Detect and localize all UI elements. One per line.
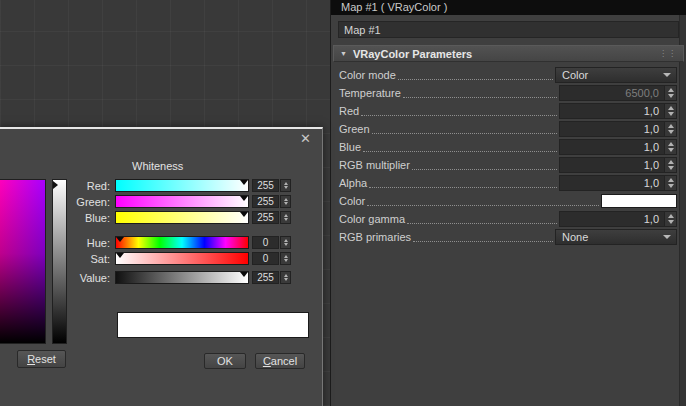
spinner-down-icon[interactable] [284, 243, 288, 246]
spinner-up-icon[interactable] [284, 214, 288, 217]
spinner-value[interactable]: 1,0 [560, 176, 664, 190]
blue-value-field[interactable]: 255 [252, 211, 279, 224]
slider-row-sat: Sat: 0 [75, 252, 305, 265]
spinner-up-icon[interactable] [668, 178, 674, 182]
spinner-up-icon[interactable] [668, 142, 674, 146]
rollout-header-vraycolor-parameters[interactable]: ▼ VRayColor Parameters ⋮⋮ [333, 45, 684, 62]
blue-slider-track[interactable] [115, 211, 249, 224]
slider-marker-icon [116, 237, 124, 242]
color-gamma-spinner[interactable]: 1,0 [559, 211, 677, 227]
slider-label: Hue: [75, 237, 115, 249]
sat-value-field[interactable]: 0 [252, 252, 279, 265]
spinner-arrows[interactable] [664, 212, 676, 226]
green-value-field[interactable]: 255 [252, 195, 279, 208]
spinner-value[interactable]: 1,0 [560, 158, 664, 172]
slider-label: Value: [75, 272, 115, 284]
spinner-value[interactable]: 1,0 [560, 122, 664, 136]
blue-spinner-arrows[interactable] [280, 211, 291, 224]
red-spinner-arrows[interactable] [280, 179, 291, 192]
spinner-up-icon[interactable] [284, 198, 288, 201]
sat-slider-track[interactable] [115, 252, 249, 265]
close-icon[interactable]: ✕ [300, 132, 311, 146]
cancel-button[interactable]: Cancel [255, 353, 305, 369]
hue-blackness-gradient-box[interactable] [0, 179, 46, 344]
spinner-down-icon[interactable] [668, 130, 674, 134]
reset-button[interactable]: Reset [17, 350, 66, 368]
spinner-value[interactable]: 6500,0 [560, 86, 664, 100]
whiteness-label: Whiteness [132, 160, 183, 172]
spinner-up-icon[interactable] [668, 214, 674, 218]
spinner-down-icon[interactable] [668, 148, 674, 152]
dotted-leader [407, 215, 557, 224]
spinner-value[interactable]: 1,0 [560, 140, 664, 154]
param-label: Green [339, 123, 370, 135]
red-spinner[interactable]: 1,0 [559, 103, 677, 119]
value-slider-track[interactable] [115, 271, 249, 284]
color-mode-dropdown[interactable]: Color [555, 67, 677, 83]
spinner-down-icon[interactable] [668, 112, 674, 116]
param-row-blue: Blue 1,0 [335, 138, 681, 156]
slider-row-value: Value: 255 [75, 271, 305, 284]
hue-value-field[interactable]: 0 [252, 236, 279, 249]
dotted-leader [412, 161, 557, 170]
dropdown-arrow-icon [663, 73, 671, 77]
hue-spinner-arrows[interactable] [280, 236, 291, 249]
rollout-collapse-icon: ▼ [340, 50, 347, 57]
hue-slider-track[interactable] [115, 236, 249, 249]
spinner-down-icon[interactable] [668, 94, 674, 98]
color-selector-dialog: ✕ Whiteness Red: 255 Green: [0, 127, 323, 406]
param-label: Color gamma [339, 213, 405, 225]
green-spinner-arrows[interactable] [280, 195, 291, 208]
spinner-down-icon[interactable] [668, 184, 674, 188]
red-value-field[interactable]: 255 [252, 179, 279, 192]
value-value-field[interactable]: 255 [252, 271, 279, 284]
green-spinner[interactable]: 1,0 [559, 121, 677, 137]
red-slider-track[interactable] [115, 179, 249, 192]
spinner-down-icon[interactable] [284, 202, 288, 205]
spinner-arrows[interactable] [664, 86, 676, 100]
spinner-arrows[interactable] [664, 158, 676, 172]
green-slider-track[interactable] [115, 195, 249, 208]
dotted-leader [367, 197, 599, 206]
spinner-down-icon[interactable] [284, 218, 288, 221]
ok-button[interactable]: OK [204, 353, 246, 369]
spinner-up-icon[interactable] [668, 124, 674, 128]
dotted-leader [372, 125, 557, 134]
spinner-arrows[interactable] [664, 104, 676, 118]
spinner-value[interactable]: 1,0 [560, 212, 664, 226]
spinner-up-icon[interactable] [668, 160, 674, 164]
whiteness-slider[interactable] [52, 179, 67, 344]
spinner-arrows[interactable] [664, 176, 676, 190]
spinner-arrows[interactable] [664, 122, 676, 136]
spinner-up-icon[interactable] [284, 274, 288, 277]
spinner-up-icon[interactable] [284, 182, 288, 185]
slider-row-red: Red: 255 [75, 179, 305, 192]
alpha-spinner[interactable]: 1,0 [559, 175, 677, 191]
value-spinner-arrows[interactable] [280, 271, 291, 284]
rgb-primaries-dropdown[interactable]: None [555, 229, 677, 245]
param-label: Red [339, 105, 359, 117]
blue-spinner[interactable]: 1,0 [559, 139, 677, 155]
spinner-arrows[interactable] [664, 140, 676, 154]
spinner-up-icon[interactable] [284, 239, 288, 242]
rgb-multiplier-spinner[interactable]: 1,0 [559, 157, 677, 173]
spinner-up-icon[interactable] [668, 88, 674, 92]
spinner-down-icon[interactable] [668, 166, 674, 170]
param-label: Temperature [339, 87, 401, 99]
spinner-value[interactable]: 1,0 [560, 104, 664, 118]
slider-marker-icon [240, 272, 248, 277]
spinner-up-icon[interactable] [284, 255, 288, 258]
spinner-down-icon[interactable] [668, 220, 674, 224]
spinner-up-icon[interactable] [668, 106, 674, 110]
spinner-down-icon[interactable] [284, 259, 288, 262]
map-name-input[interactable] [338, 21, 679, 38]
sat-spinner-arrows[interactable] [280, 252, 291, 265]
dropdown-value: None [562, 231, 663, 243]
vraycolor-panel: Map #1 ( VRayColor ) ▼ VRayColor Paramet… [330, 0, 686, 406]
spinner-down-icon[interactable] [284, 278, 288, 281]
dotted-leader [361, 107, 557, 116]
color-swatch[interactable] [601, 194, 677, 208]
temperature-spinner[interactable]: 6500,0 [559, 85, 677, 101]
dotted-leader [363, 143, 557, 152]
spinner-down-icon[interactable] [284, 186, 288, 189]
